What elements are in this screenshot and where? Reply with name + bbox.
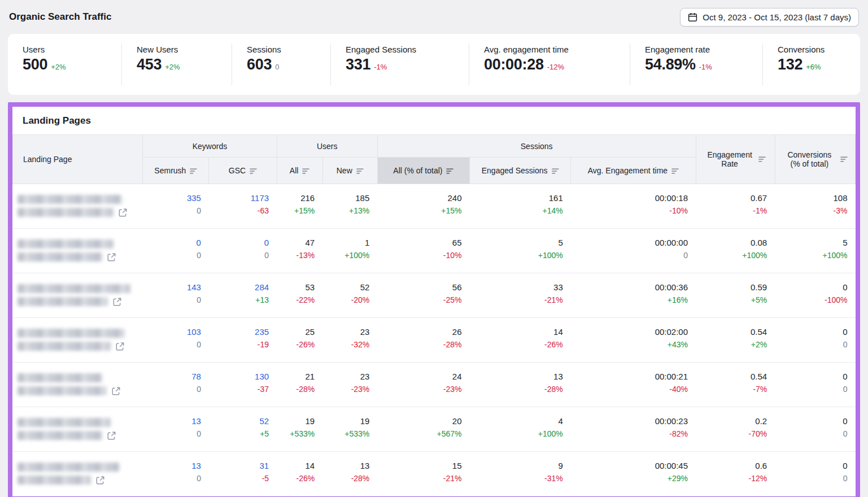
metric-label: Engagement rate xyxy=(645,45,757,54)
col-header-engaged-sessions[interactable]: Engaged Sessions xyxy=(470,158,571,184)
users-all-delta: -13% xyxy=(277,251,315,260)
avg-engagement-time-value: 00:02:00 xyxy=(571,327,688,337)
metric-delta: +2% xyxy=(51,63,66,71)
cell-engaged-sessions: 13-28% xyxy=(470,363,571,407)
users-all-delta: -26% xyxy=(277,474,315,483)
users-all-delta: -22% xyxy=(277,295,315,304)
cell-gsc: 00 xyxy=(209,229,277,273)
col-header-conversions[interactable]: Conversions (% of total) xyxy=(775,135,855,184)
col-header-users-all[interactable]: All xyxy=(277,158,322,184)
cell-users-new: 23-32% xyxy=(322,318,377,363)
cell-users-new: 1+100% xyxy=(322,229,377,273)
col-header-users-new[interactable]: New xyxy=(322,158,377,184)
col-header-label: Engaged Sessions xyxy=(482,166,548,175)
semrush-value[interactable]: 143 xyxy=(143,282,201,292)
calendar-icon xyxy=(688,12,697,22)
semrush-delta: 0 xyxy=(143,385,201,394)
gsc-value[interactable]: 235 xyxy=(209,327,269,337)
blurred-landing-page-text xyxy=(18,476,91,485)
semrush-delta: 0 xyxy=(143,429,201,438)
semrush-value[interactable]: 78 xyxy=(143,372,201,381)
engagement-rate-delta: -12% xyxy=(696,474,767,483)
sort-icon xyxy=(671,168,679,175)
semrush-delta: 0 xyxy=(143,295,201,304)
cell-users-all: 21-28% xyxy=(277,363,322,407)
cell-avg-engagement-time: 00:00:36+16% xyxy=(571,273,696,318)
col-header-semrush[interactable]: Semrush xyxy=(143,158,209,184)
col-header-label: Engagement Rate xyxy=(705,150,754,168)
users-new-value: 19 xyxy=(322,416,369,426)
gsc-value[interactable]: 31 xyxy=(209,461,269,470)
date-range-button[interactable]: Oct 9, 2023 - Oct 15, 2023 (last 7 days) xyxy=(680,8,859,27)
semrush-value[interactable]: 13 xyxy=(143,416,201,426)
metric-users: Users 500+2% xyxy=(8,43,121,85)
col-group-users: Users xyxy=(277,135,377,158)
col-header-avg-engagement-time[interactable]: Avg. Engagement time xyxy=(571,158,696,184)
col-header-label: Semrush xyxy=(154,166,186,175)
gsc-delta: +5 xyxy=(209,429,269,438)
cell-users-new: 23-23% xyxy=(322,363,377,407)
metric-delta: +2% xyxy=(165,63,180,71)
sort-icon xyxy=(302,168,309,175)
landing-page-cell xyxy=(13,318,143,363)
external-link-icon[interactable] xyxy=(112,387,120,395)
external-link-icon[interactable] xyxy=(116,342,124,351)
cell-conversions: 00 xyxy=(775,363,855,407)
table-row: 33501173-63216+15%185+13%240+15%161+14%0… xyxy=(13,184,856,229)
cell-avg-engagement-time: 00:02:00+43% xyxy=(571,318,696,363)
gsc-delta: -37 xyxy=(209,385,269,394)
gsc-value[interactable]: 1173 xyxy=(209,193,269,203)
sessions-all-value: 20 xyxy=(377,416,461,426)
col-header-label: All (% of total) xyxy=(393,166,442,175)
landing-page-cell xyxy=(13,363,143,407)
col-header-engagement-rate[interactable]: Engagement Rate xyxy=(696,135,775,184)
cell-users-all: 47-13% xyxy=(277,229,322,273)
semrush-value[interactable]: 0 xyxy=(143,238,201,247)
gsc-value[interactable]: 0 xyxy=(209,238,269,247)
engagement-rate-value: 0.67 xyxy=(696,193,767,203)
cell-semrush: 130 xyxy=(143,407,209,452)
metric-value: 603 xyxy=(247,56,272,73)
col-header-gsc[interactable]: GSC xyxy=(209,158,277,184)
metric-delta: -1% xyxy=(374,63,387,71)
cell-engaged-sessions: 33-21% xyxy=(470,273,571,318)
cell-users-new: 52-20% xyxy=(322,273,377,318)
avg-engagement-time-delta: +43% xyxy=(571,340,688,349)
users-new-delta: +13% xyxy=(322,206,369,215)
semrush-value[interactable]: 103 xyxy=(143,327,201,337)
metric-avg-engagement-time: Avg. engagement time 00:00:28-12% xyxy=(469,43,630,85)
users-new-delta: +533% xyxy=(322,429,369,438)
engaged-sessions-value: 14 xyxy=(470,327,563,337)
avg-engagement-time-value: 00:00:45 xyxy=(571,461,688,470)
gsc-value[interactable]: 284 xyxy=(209,282,269,292)
external-link-icon[interactable] xyxy=(107,431,116,440)
avg-engagement-time-value: 00:00:36 xyxy=(571,282,688,292)
engaged-sessions-value: 4 xyxy=(470,416,563,426)
metric-label: Avg. engagement time xyxy=(484,45,624,54)
cell-engaged-sessions: 4+100% xyxy=(470,407,571,452)
metric-label: Conversions xyxy=(778,45,854,54)
cell-users-new: 13-28% xyxy=(322,452,377,496)
col-header-sessions-all[interactable]: All (% of total) xyxy=(377,158,469,184)
semrush-value[interactable]: 13 xyxy=(143,461,201,470)
users-all-value: 21 xyxy=(277,372,315,381)
cell-sessions-all: 20+567% xyxy=(377,407,469,452)
col-group-keywords: Keywords xyxy=(143,135,277,158)
engaged-sessions-value: 161 xyxy=(470,193,563,203)
conversions-value: 0 xyxy=(775,416,847,426)
col-header-landing-page: Landing Page xyxy=(13,135,143,184)
cell-users-new: 185+13% xyxy=(322,184,377,229)
avg-engagement-time-delta: +29% xyxy=(571,474,688,483)
conversions-value: 0 xyxy=(775,327,847,337)
conversions-value: 0 xyxy=(775,372,847,381)
cell-users-all: 53-22% xyxy=(277,273,322,318)
gsc-value[interactable]: 130 xyxy=(209,372,269,381)
external-link-icon[interactable] xyxy=(96,476,104,485)
engaged-sessions-delta: +14% xyxy=(470,206,563,215)
gsc-value[interactable]: 52 xyxy=(209,416,269,426)
table-body: 33501173-63216+15%185+13%240+15%161+14%0… xyxy=(13,184,856,496)
external-link-icon[interactable] xyxy=(113,298,121,306)
semrush-value[interactable]: 335 xyxy=(143,193,201,203)
external-link-icon[interactable] xyxy=(119,208,127,217)
external-link-icon[interactable] xyxy=(107,253,116,261)
